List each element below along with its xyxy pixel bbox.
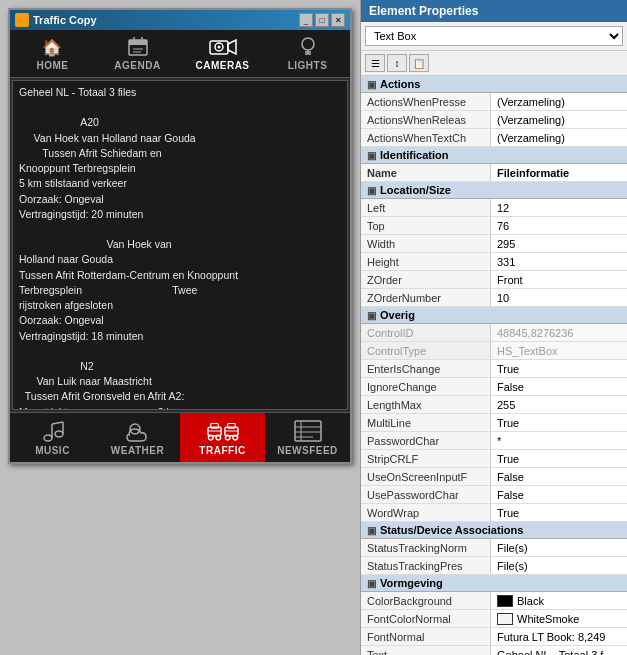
dropdown-row: Text Box (361, 22, 627, 51)
prop-passwordchar: PasswordChar * (361, 432, 627, 450)
color-swatch-whitesmoke (497, 613, 513, 625)
agenda-icon (124, 36, 152, 58)
window-icon (15, 13, 29, 27)
home-icon: 🏠 (39, 36, 67, 58)
nav-newsfeed[interactable]: NEWSFEED (265, 413, 350, 462)
section-header-status[interactable]: ▣ Status/Device Associations (361, 522, 627, 539)
section-overig: ▣ Overig ControlID 48845,8276236 Control… (361, 307, 627, 522)
prop-name: Name Fileinformatie (361, 164, 627, 182)
nav-home-label: HOME (37, 60, 69, 71)
prop-multiline: MultiLine True (361, 414, 627, 432)
properties-title: Element Properties (361, 0, 627, 22)
window-title: Traffic Copy (33, 14, 97, 26)
svg-point-22 (215, 435, 220, 440)
content-area[interactable]: Geheel NL - Totaal 3 files A20 Van Hoek … (12, 80, 348, 410)
minimize-button[interactable]: _ (299, 13, 313, 27)
prop-enterischange: EnterIsChange True (361, 360, 627, 378)
element-properties-panel: Element Properties Text Box ☰ ↕ 📋 ▣ Acti… (360, 0, 627, 655)
prop-statuspress: StatusTrackingPres File(s) (361, 557, 627, 575)
prop-left: Left 12 (361, 199, 627, 217)
prop-useoscreeninput: UseOnScreenInputF False (361, 468, 627, 486)
traffic-copy-window: Traffic Copy _ □ ✕ 🏠 HOME (8, 8, 352, 464)
svg-point-14 (44, 435, 52, 441)
toolbar-btn-2[interactable]: ↕ (387, 54, 407, 72)
nav-traffic-label: TRAFFIC (199, 445, 245, 456)
nav-agenda-label: AGENDA (114, 60, 160, 71)
color-swatch-black (497, 595, 513, 607)
nav-cameras[interactable]: CAMERAS (180, 30, 265, 77)
section-header-overig[interactable]: ▣ Overig (361, 307, 627, 324)
nav-home[interactable]: 🏠 HOME (10, 30, 95, 77)
svg-rect-1 (129, 40, 147, 45)
newsfeed-icon (292, 419, 324, 443)
title-bar-text: Traffic Copy (15, 13, 97, 27)
svg-point-8 (217, 46, 220, 49)
prop-controltype: ControlType HS_TextBox (361, 342, 627, 360)
svg-marker-9 (228, 40, 236, 54)
nav-weather-label: WEATHER (111, 445, 164, 456)
svg-point-26 (225, 435, 230, 440)
bottom-nav: MUSIC WEATHER (10, 412, 350, 462)
prop-actions-released: ActionsWhenReleas (Verzameling) (361, 111, 627, 129)
restore-button[interactable]: □ (315, 13, 329, 27)
prop-actions-pressed: ActionsWhenPresse (Verzameling) (361, 93, 627, 111)
toolbar-btn-1[interactable]: ☰ (365, 54, 385, 72)
prop-colorbg: ColorBackground Black (361, 592, 627, 610)
control-type-dropdown[interactable]: Text Box (365, 26, 623, 46)
prop-controlid: ControlID 48845,8276236 (361, 324, 627, 342)
nav-lights[interactable]: LIGHTS (265, 30, 350, 77)
traffic-text: Geheel NL - Totaal 3 files A20 Van Hoek … (19, 85, 341, 410)
weather-icon (122, 419, 154, 443)
cameras-icon (209, 36, 237, 58)
prop-actions-textchange: ActionsWhenTextCh (Verzameling) (361, 129, 627, 147)
top-nav: 🏠 HOME AGENDA (10, 30, 350, 78)
nav-music[interactable]: MUSIC (10, 413, 95, 462)
toolbar-btn-3[interactable]: 📋 (409, 54, 429, 72)
title-bar-controls: _ □ ✕ (299, 13, 345, 27)
prop-zorder: ZOrder Front (361, 271, 627, 289)
prop-width: Width 295 (361, 235, 627, 253)
traffic-icon (207, 419, 239, 443)
svg-line-16 (52, 422, 63, 424)
music-icon (37, 419, 69, 443)
nav-music-label: MUSIC (35, 445, 70, 456)
prop-ignorechange: IgnoreChange False (361, 378, 627, 396)
prop-text: Text Geheel NL - Totaal 3 f (361, 646, 627, 655)
section-header-vormgeving[interactable]: ▣ Vormgeving (361, 575, 627, 592)
close-button[interactable]: ✕ (331, 13, 345, 27)
section-vormgeving: ▣ Vormgeving ColorBackground Black FontC… (361, 575, 627, 655)
section-status: ▣ Status/Device Associations StatusTrack… (361, 522, 627, 575)
nav-cameras-label: CAMERAS (195, 60, 249, 71)
nav-lights-label: LIGHTS (288, 60, 328, 71)
prop-fontcolornormal: FontColorNormal WhiteSmoke (361, 610, 627, 628)
section-header-identification[interactable]: ▣ Identification (361, 147, 627, 164)
svg-point-27 (232, 435, 237, 440)
svg-point-10 (302, 38, 314, 50)
nav-newsfeed-label: NEWSFEED (277, 445, 338, 456)
prop-zorder-number: ZOrderNumber 10 (361, 289, 627, 307)
nav-agenda[interactable]: AGENDA (95, 30, 180, 77)
section-header-actions[interactable]: ▣ Actions (361, 76, 627, 93)
prop-height: Height 331 (361, 253, 627, 271)
prop-top: Top 76 (361, 217, 627, 235)
nav-traffic[interactable]: TRAFFIC (180, 413, 265, 462)
prop-statusnorm: StatusTrackingNorm File(s) (361, 539, 627, 557)
section-identification: ▣ Identification Name Fileinformatie (361, 147, 627, 182)
svg-point-21 (208, 435, 213, 440)
prop-usepasswordchar: UsePasswordChar False (361, 486, 627, 504)
prop-stripcrlf: StripCRLF True (361, 450, 627, 468)
title-bar: Traffic Copy _ □ ✕ (10, 10, 350, 30)
svg-point-18 (55, 431, 63, 437)
nav-weather[interactable]: WEATHER (95, 413, 180, 462)
section-header-location[interactable]: ▣ Location/Size (361, 182, 627, 199)
lights-icon (294, 36, 322, 58)
prop-wordwrap: WordWrap True (361, 504, 627, 522)
section-actions: ▣ Actions ActionsWhenPresse (Verzameling… (361, 76, 627, 147)
section-location: ▣ Location/Size Left 12 Top 76 Width 295… (361, 182, 627, 307)
prop-fontnormal: FontNormal Futura LT Book: 8,249 (361, 628, 627, 646)
prop-lengthmax: LengthMax 255 (361, 396, 627, 414)
svg-rect-30 (295, 421, 321, 441)
props-toolbar: ☰ ↕ 📋 (361, 51, 627, 76)
left-panel: Traffic Copy _ □ ✕ 🏠 HOME (0, 0, 360, 655)
